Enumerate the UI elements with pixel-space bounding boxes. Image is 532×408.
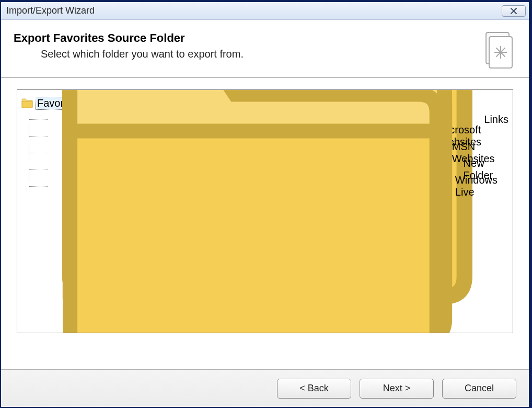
- folder-icon: [52, 89, 455, 333]
- favorites-export-icon: [479, 29, 516, 70]
- tree-connector: [29, 111, 50, 128]
- close-button[interactable]: [502, 5, 526, 17]
- wizard-header-text: Export Favorites Source Folder Select wh…: [14, 29, 244, 60]
- tree-item-windows-live[interactable]: Windows Live: [21, 178, 508, 195]
- wizard-header: Export Favorites Source Folder Select wh…: [1, 20, 529, 78]
- next-button[interactable]: Next >: [360, 379, 434, 399]
- titlebar: Import/Export Wizard: [1, 2, 529, 20]
- tree-connector: [29, 144, 50, 161]
- wizard-button-bar: < Back Next > Cancel: [1, 369, 529, 407]
- folder-icon: [21, 98, 33, 108]
- page-title: Export Favorites Source Folder: [14, 31, 244, 45]
- tree-connector: [29, 161, 50, 178]
- cancel-button[interactable]: Cancel: [442, 379, 516, 399]
- tree-item-label: Windows Live: [455, 174, 508, 198]
- window-title: Import/Export Wizard: [6, 5, 95, 16]
- back-button[interactable]: < Back: [277, 379, 351, 399]
- close-icon: [510, 7, 517, 15]
- page-subtitle: Select which folder you want to export f…: [14, 48, 244, 60]
- tree-connector: [29, 178, 50, 195]
- wizard-content: Favorites Links: [1, 78, 529, 338]
- tree-connector: [29, 128, 50, 144]
- folder-tree[interactable]: Favorites Links: [17, 89, 513, 333]
- wizard-window: Import/Export Wizard Export Favorites So…: [0, 0, 532, 408]
